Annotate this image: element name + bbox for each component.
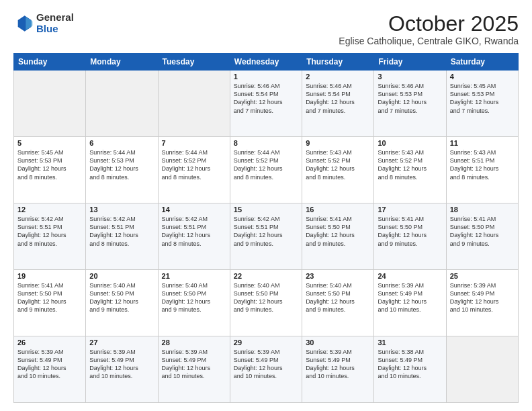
cell-daylight-info: Sunrise: 5:40 AM Sunset: 5:50 PM Dayligh…: [234, 281, 298, 314]
cell-daylight-info: Sunrise: 5:41 AM Sunset: 5:50 PM Dayligh…: [306, 215, 370, 248]
logo: General Blue: [13, 12, 74, 34]
location-subtitle: Eglise Catholique, Centrale GIKO, Rwanda: [339, 36, 519, 46]
cell-daylight-info: Sunrise: 5:39 AM Sunset: 5:49 PM Dayligh…: [306, 348, 370, 381]
cell-daylight-info: Sunrise: 5:46 AM Sunset: 5:54 PM Dayligh…: [234, 82, 298, 115]
calendar-cell: 9Sunrise: 5:43 AM Sunset: 5:52 PM Daylig…: [302, 137, 374, 203]
page: General Blue October 2025 Eglise Catholi…: [0, 0, 532, 411]
cell-daylight-info: Sunrise: 5:42 AM Sunset: 5:51 PM Dayligh…: [89, 215, 154, 248]
calendar-cell: 4Sunrise: 5:45 AM Sunset: 5:53 PM Daylig…: [446, 71, 518, 137]
calendar-cell: 13Sunrise: 5:42 AM Sunset: 5:51 PM Dayli…: [86, 203, 158, 270]
day-header-tuesday: Tuesday: [158, 54, 230, 71]
calendar-cell: 26Sunrise: 5:39 AM Sunset: 5:49 PM Dayli…: [14, 336, 86, 403]
cell-daylight-info: Sunrise: 5:43 AM Sunset: 5:52 PM Dayligh…: [306, 148, 370, 181]
day-header-sunday: Sunday: [14, 54, 86, 71]
day-number: 29: [234, 338, 298, 347]
calendar-cell: 3Sunrise: 5:46 AM Sunset: 5:53 PM Daylig…: [374, 71, 446, 137]
day-header-thursday: Thursday: [302, 54, 374, 71]
day-number: 8: [234, 139, 298, 147]
cell-daylight-info: Sunrise: 5:41 AM Sunset: 5:50 PM Dayligh…: [450, 215, 515, 248]
calendar-cell: 19Sunrise: 5:41 AM Sunset: 5:50 PM Dayli…: [14, 270, 86, 336]
day-header-wednesday: Wednesday: [230, 54, 302, 71]
day-number: 30: [306, 338, 370, 347]
day-number: 9: [306, 139, 370, 147]
calendar-cell: 1Sunrise: 5:46 AM Sunset: 5:54 PM Daylig…: [230, 71, 302, 137]
calendar-cell: 29Sunrise: 5:39 AM Sunset: 5:49 PM Dayli…: [230, 336, 302, 403]
calendar-week-row: 19Sunrise: 5:41 AM Sunset: 5:50 PM Dayli…: [14, 270, 519, 336]
cell-daylight-info: Sunrise: 5:42 AM Sunset: 5:51 PM Dayligh…: [234, 215, 298, 248]
cell-daylight-info: Sunrise: 5:44 AM Sunset: 5:53 PM Dayligh…: [89, 148, 154, 181]
day-number: 23: [306, 272, 370, 280]
cell-daylight-info: Sunrise: 5:39 AM Sunset: 5:49 PM Dayligh…: [162, 348, 226, 381]
cell-daylight-info: Sunrise: 5:39 AM Sunset: 5:49 PM Dayligh…: [89, 348, 154, 381]
calendar-cell: [14, 71, 86, 137]
day-number: 31: [378, 338, 442, 347]
day-number: 4: [450, 73, 515, 81]
day-number: 15: [234, 205, 298, 214]
calendar-cell: 25Sunrise: 5:39 AM Sunset: 5:49 PM Dayli…: [446, 270, 518, 336]
day-number: 26: [17, 338, 82, 347]
calendar-cell: [446, 336, 518, 403]
calendar-cell: 30Sunrise: 5:39 AM Sunset: 5:49 PM Dayli…: [302, 336, 374, 403]
cell-daylight-info: Sunrise: 5:39 AM Sunset: 5:49 PM Dayligh…: [450, 281, 515, 314]
header: General Blue October 2025 Eglise Catholi…: [13, 12, 519, 46]
cell-daylight-info: Sunrise: 5:39 AM Sunset: 5:49 PM Dayligh…: [234, 348, 298, 381]
calendar-cell: 14Sunrise: 5:42 AM Sunset: 5:51 PM Dayli…: [158, 203, 230, 270]
day-number: 25: [450, 272, 515, 280]
calendar-cell: 22Sunrise: 5:40 AM Sunset: 5:50 PM Dayli…: [230, 270, 302, 336]
day-number: 7: [162, 139, 226, 147]
cell-daylight-info: Sunrise: 5:40 AM Sunset: 5:50 PM Dayligh…: [306, 281, 370, 314]
calendar-cell: 6Sunrise: 5:44 AM Sunset: 5:53 PM Daylig…: [86, 137, 158, 203]
cell-daylight-info: Sunrise: 5:39 AM Sunset: 5:49 PM Dayligh…: [17, 348, 82, 381]
cell-daylight-info: Sunrise: 5:46 AM Sunset: 5:54 PM Dayligh…: [306, 82, 370, 115]
calendar-cell: 23Sunrise: 5:40 AM Sunset: 5:50 PM Dayli…: [302, 270, 374, 336]
calendar-header-row: SundayMondayTuesdayWednesdayThursdayFrid…: [14, 54, 519, 71]
calendar-cell: 18Sunrise: 5:41 AM Sunset: 5:50 PM Dayli…: [446, 203, 518, 270]
calendar-cell: [158, 71, 230, 137]
calendar: SundayMondayTuesdayWednesdayThursdayFrid…: [13, 53, 519, 403]
calendar-cell: 15Sunrise: 5:42 AM Sunset: 5:51 PM Dayli…: [230, 203, 302, 270]
calendar-cell: 24Sunrise: 5:39 AM Sunset: 5:49 PM Dayli…: [374, 270, 446, 336]
calendar-cell: 2Sunrise: 5:46 AM Sunset: 5:54 PM Daylig…: [302, 71, 374, 137]
logo-text: General Blue: [36, 12, 74, 34]
calendar-cell: 20Sunrise: 5:40 AM Sunset: 5:50 PM Dayli…: [86, 270, 158, 336]
calendar-week-row: 26Sunrise: 5:39 AM Sunset: 5:49 PM Dayli…: [14, 336, 519, 403]
day-header-monday: Monday: [86, 54, 158, 71]
day-number: 16: [306, 205, 370, 214]
day-number: 14: [162, 205, 226, 214]
header-right: October 2025 Eglise Catholique, Centrale…: [339, 12, 519, 46]
day-number: 6: [89, 139, 154, 147]
logo-icon: [13, 13, 34, 34]
calendar-week-row: 1Sunrise: 5:46 AM Sunset: 5:54 PM Daylig…: [14, 71, 519, 137]
logo-general-text: General: [36, 12, 74, 24]
day-number: 21: [162, 272, 226, 280]
day-number: 22: [234, 272, 298, 280]
cell-daylight-info: Sunrise: 5:45 AM Sunset: 5:53 PM Dayligh…: [17, 148, 82, 181]
day-number: 3: [378, 73, 442, 81]
calendar-cell: 12Sunrise: 5:42 AM Sunset: 5:51 PM Dayli…: [14, 203, 86, 270]
calendar-cell: 16Sunrise: 5:41 AM Sunset: 5:50 PM Dayli…: [302, 203, 374, 270]
cell-daylight-info: Sunrise: 5:41 AM Sunset: 5:50 PM Dayligh…: [17, 281, 82, 314]
cell-daylight-info: Sunrise: 5:40 AM Sunset: 5:50 PM Dayligh…: [89, 281, 154, 314]
day-number: 1: [234, 73, 298, 81]
calendar-cell: 8Sunrise: 5:44 AM Sunset: 5:52 PM Daylig…: [230, 137, 302, 203]
day-number: 5: [17, 139, 82, 147]
cell-daylight-info: Sunrise: 5:46 AM Sunset: 5:53 PM Dayligh…: [378, 82, 442, 115]
logo-blue-text: Blue: [36, 24, 74, 35]
calendar-cell: 5Sunrise: 5:45 AM Sunset: 5:53 PM Daylig…: [14, 137, 86, 203]
calendar-cell: 21Sunrise: 5:40 AM Sunset: 5:50 PM Dayli…: [158, 270, 230, 336]
cell-daylight-info: Sunrise: 5:38 AM Sunset: 5:49 PM Dayligh…: [378, 348, 442, 381]
calendar-cell: 31Sunrise: 5:38 AM Sunset: 5:49 PM Dayli…: [374, 336, 446, 403]
calendar-cell: 11Sunrise: 5:43 AM Sunset: 5:51 PM Dayli…: [446, 137, 518, 203]
cell-daylight-info: Sunrise: 5:44 AM Sunset: 5:52 PM Dayligh…: [234, 148, 298, 181]
cell-daylight-info: Sunrise: 5:39 AM Sunset: 5:49 PM Dayligh…: [378, 281, 442, 314]
cell-daylight-info: Sunrise: 5:45 AM Sunset: 5:53 PM Dayligh…: [450, 82, 515, 115]
day-number: 20: [89, 272, 154, 280]
day-header-saturday: Saturday: [446, 54, 518, 71]
calendar-cell: 27Sunrise: 5:39 AM Sunset: 5:49 PM Dayli…: [86, 336, 158, 403]
cell-daylight-info: Sunrise: 5:43 AM Sunset: 5:52 PM Dayligh…: [378, 148, 442, 181]
day-number: 11: [450, 139, 515, 147]
calendar-cell: [86, 71, 158, 137]
day-number: 12: [17, 205, 82, 214]
day-number: 2: [306, 73, 370, 81]
cell-daylight-info: Sunrise: 5:43 AM Sunset: 5:51 PM Dayligh…: [450, 148, 515, 181]
